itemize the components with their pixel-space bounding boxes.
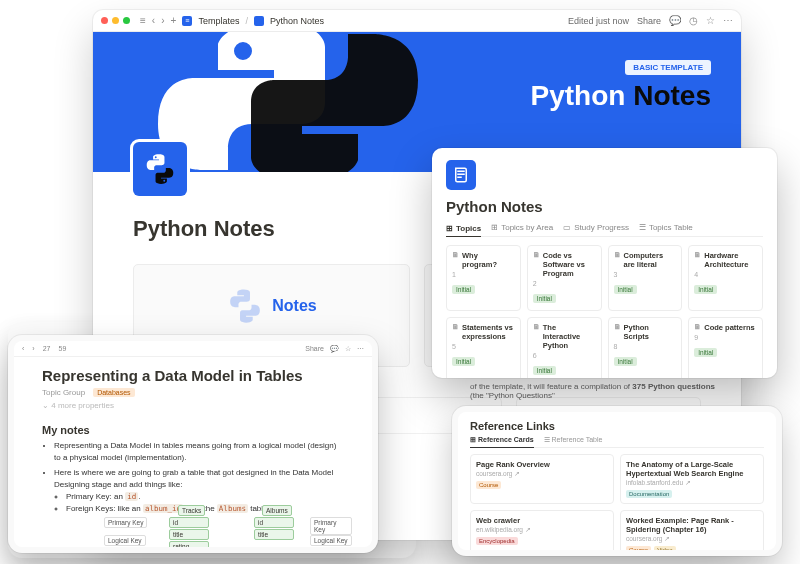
tab-study-progress[interactable]: ▭Study Progress [563,223,629,232]
reference-card[interactable]: Page Rank Overviewcoursera.org ↗Course [470,454,614,504]
python-icon [226,287,264,325]
status-pill: Initial [452,357,475,366]
clock-icon[interactable]: ◷ [689,15,698,26]
minimize-icon[interactable] [112,17,119,24]
topic-card[interactable]: 🗎Why program?1Initial [446,245,521,311]
reference-card[interactable]: Web crawleren.wikipedia.org ↗Encyclopedi… [470,510,614,550]
status-pill: Initial [614,285,637,294]
reference-card-url: coursera.org ↗ [626,535,758,543]
doc-icon: 🗎 [452,323,459,341]
more-properties[interactable]: ⌄ 4 more properties [14,397,372,414]
tab-topics-table[interactable]: ☰Topics Table [639,223,693,232]
topic-card[interactable]: 🗎Hardware Architecture4Initial [688,245,763,311]
reference-card-url: infolab.stanford.edu ↗ [626,479,758,487]
topic-card[interactable]: 🗎Python Scripts8Initial [608,317,683,378]
status-pill: Initial [694,285,717,294]
share-button[interactable]: Share [637,16,661,26]
topic-number: 3 [614,271,677,278]
status-pill: Initial [533,294,556,303]
breadcrumb-page[interactable]: Python Notes [270,16,324,26]
share-button[interactable]: Share [305,345,324,353]
tag-chip: Encyclopedia [476,537,518,545]
topic-name: Code vs Software vs Program [543,251,596,278]
python-icon [254,16,264,26]
back-icon[interactable]: ‹ [22,345,24,352]
tag-chip: Course [626,546,651,550]
doc-icon: 🗎 [614,323,621,341]
new-icon[interactable]: + [171,15,177,26]
topic-number: 5 [452,343,515,350]
status-pill: Initial [614,357,637,366]
window-topbar: ≡ ‹ › + Templates / Python Notes Edited … [93,10,741,32]
topic-number: 8 [614,343,677,350]
close-icon[interactable] [101,17,108,24]
topics-title: Python Notes [446,198,763,215]
maximize-icon[interactable] [123,17,130,24]
tab-topics[interactable]: ⊞Topics [446,223,481,237]
forward-icon[interactable]: › [32,345,34,352]
reference-card[interactable]: Worked Example: Page Rank - Spidering (C… [620,510,764,550]
topic-card[interactable]: 🗎Statements vs expressions5Initial [446,317,521,378]
reference-grid: Page Rank Overviewcoursera.org ↗CourseTh… [470,454,764,550]
topic-name: The Interactive Python [543,323,596,350]
traffic-lights[interactable] [101,17,130,24]
back-icon[interactable]: ‹ [152,15,155,26]
tab-reference-table[interactable]: ☰ Reference Table [544,436,603,444]
status-pill: Initial [452,285,475,294]
reference-card-title: Worked Example: Page Rank - Spidering (C… [626,516,758,534]
doc-icon: 🗎 [694,323,701,332]
doc-icon: 🗎 [533,323,540,350]
topic-card[interactable]: 🗎The Interactive Python6Initial [527,317,602,378]
description-text: of the template, it will feature a compi… [470,382,730,400]
reference-card-url: coursera.org ↗ [476,470,608,478]
forward-icon[interactable]: › [161,15,164,26]
topic-name: Code patterns [704,323,754,332]
meta-label: Topic Group [42,388,85,397]
templates-icon [182,16,192,26]
reference-title: Reference Links [470,420,764,432]
reference-window: Reference Links ⊞ Reference Cards ☰ Refe… [452,406,782,556]
topic-number: 6 [533,352,596,359]
doc-icon: 🗎 [452,251,459,269]
topics-tabs: ⊞Topics ⊞Topics by Area ▭Study Progress … [446,223,763,237]
tag-chip: Course [476,481,501,489]
topic-card[interactable]: 🗎Computers are literal3Initial [608,245,683,311]
topic-number: 1 [452,271,515,278]
topic-number: 2 [533,280,596,287]
tab-reference-cards[interactable]: ⊞ Reference Cards [470,436,534,448]
book-icon [446,160,476,190]
tag-chip: Video [654,546,675,550]
more-icon[interactable]: ⋯ [357,345,364,353]
tab-topics-by-area[interactable]: ⊞Topics by Area [491,223,553,232]
topic-card[interactable]: 🗎Code vs Software vs Program2Initial [527,245,602,311]
reference-card-title: Page Rank Overview [476,460,608,469]
note-title: Representing a Data Model in Tables [14,357,372,388]
page-icon[interactable] [133,142,187,196]
topic-name: Hardware Architecture [704,251,757,269]
doc-icon: 🗎 [614,251,621,269]
tag-databases[interactable]: Databases [93,388,134,397]
more-icon[interactable]: ⋯ [723,15,733,26]
star-icon[interactable]: ☆ [706,15,715,26]
doc-icon: 🗎 [533,251,540,278]
sidebar-toggle-icon[interactable]: ≡ [140,15,146,26]
template-badge: BASIC TEMPLATE [625,60,711,75]
note-window: ‹ › 27 59 Share 💬 ☆ ⋯ Representing a Dat… [8,335,378,553]
topic-name: Computers are literal [624,251,677,269]
star-icon[interactable]: ☆ [345,345,351,353]
status-pill: Initial [694,348,717,357]
topic-card[interactable]: 🗎Code patterns9Initial [688,317,763,378]
reference-card[interactable]: The Anatomy of a Large-Scale Hypertextua… [620,454,764,504]
card-word: Notes [272,297,316,315]
topic-name: Python Scripts [624,323,677,341]
notes-heading: My notes [14,414,372,440]
hero-title: Python Notes [531,80,711,112]
er-diagram: Tracks id title rating Albums id title P… [74,505,352,547]
topic-number: 9 [694,334,757,341]
topic-name: Why program? [462,251,515,269]
status-pill: Initial [533,366,556,375]
comments-icon[interactable]: 💬 [669,15,681,26]
reference-card-title: Web crawler [476,516,608,525]
comments-icon[interactable]: 💬 [330,345,339,353]
breadcrumb-templates[interactable]: Templates [198,16,239,26]
